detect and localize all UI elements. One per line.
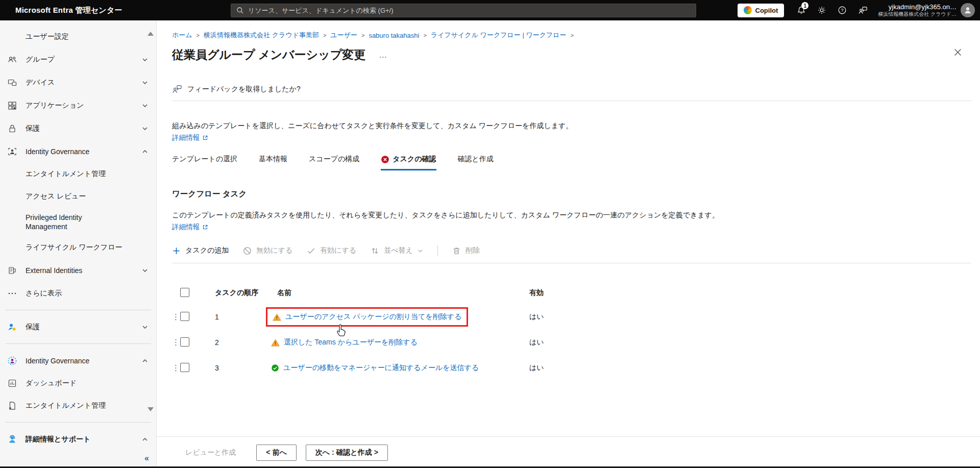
add-task-button[interactable]: タスクの追加 [172,246,229,255]
error-icon [381,155,389,164]
close-icon[interactable] [954,48,962,56]
breadcrumb-users[interactable]: ユーザー [330,31,357,40]
copilot-button[interactable]: Copilot [738,4,785,17]
header-name: 名前 [266,288,518,298]
intro-text: 組み込みのテンプレートを選択し、ニーズに合わせてタスクと実行条件を変更して、カス… [172,121,971,131]
row-checkbox[interactable] [180,312,189,321]
identity-governance-color-icon [7,356,17,366]
breadcrumb-workflows[interactable]: ライフサイクル ワークフロー | ワークフロー [431,31,567,40]
row-checkbox[interactable] [180,337,189,347]
feedback-banner-label: フィードバックを取得しましたか? [187,85,301,94]
tab-review-create[interactable]: 確認と作成 [458,155,494,170]
task-link[interactable]: ユーザーの移動をマネージャーに通知するメールを送信する [283,363,479,373]
task-link[interactable]: 選択した Teams からユーザーを削除する [284,338,418,347]
table-row: ⋮ 3 ユーザーの移動をマネージャーに通知するメールを送信する はい [172,355,971,381]
header-enabled: 有効 [518,288,544,298]
devices-icon [7,78,17,88]
check-icon [307,247,315,255]
sidebar-item-lifecycle-workflows[interactable]: ライフサイクル ワークフロー [0,236,156,259]
task-enabled: はい [518,338,544,347]
breadcrumb: ホーム > 横浜情報機器株式会社 クラウド事業部 > ユーザー > saburo… [172,31,971,40]
divider [172,101,971,101]
sidebar-item-groups[interactable]: グループ [0,48,156,71]
sidebar-collapse-button[interactable]: « [144,454,149,463]
table-row: ⋮ 2 選択した Teams からユーザーを削除する はい [172,330,971,355]
row-checkbox[interactable] [180,363,189,372]
header-order: タスクの順序 [207,288,266,298]
settings-button[interactable] [812,0,832,20]
notifications-button[interactable]: 1 [791,0,812,20]
sidebar-item-access-reviews[interactable]: アクセス レビュー [0,185,156,208]
select-all-checkbox[interactable] [180,288,189,297]
sidebar-divider [5,343,151,344]
chevron-up-icon [142,358,148,364]
search-input[interactable] [248,7,691,14]
disable-task-button[interactable]: 無効にする [243,246,292,255]
sidebar-item-learn-support[interactable]: 詳細情報とサポート [0,428,156,451]
task-toolbar: タスクの追加 無効にする 有効にする 並べ替え [172,245,971,256]
feedback-icon [858,6,868,15]
trash-icon [452,247,461,255]
sidebar-item-protection-2[interactable]: 保護 [0,315,156,338]
tab-basics[interactable]: 基本情報 [259,155,287,170]
previous-button[interactable]: < 前へ [256,445,296,461]
global-search[interactable] [231,4,696,17]
next-button[interactable]: 次へ : 確認と作成 > [306,445,388,461]
breadcrumb-user[interactable]: saburo takahashi [369,32,419,39]
divider [172,263,971,263]
sidebar-item-dashboard[interactable]: ダッシュボード [0,372,156,395]
task-link[interactable]: ユーザーのアクセス パッケージの割り当てを削除する [285,312,461,322]
warning-icon [271,339,280,347]
copilot-icon [744,6,752,14]
section-title: ワークフロー タスク [172,189,971,200]
section-learn-more-link[interactable]: 詳細情報 [172,223,208,232]
success-icon [271,364,279,372]
wizard-tabs: テンプレートの選択 基本情報 スコープの構成 タスクの確認 確認と作成 [172,155,971,170]
applications-icon [7,101,17,111]
feedback-banner[interactable]: フィードバックを取得しましたか? [172,84,971,94]
sidebar-item-applications[interactable]: アプリケーション [0,94,156,117]
intro-learn-more-link[interactable]: 詳細情報 [172,133,208,142]
avatar[interactable] [961,3,975,17]
sidebar-item-user-settings[interactable]: ユーザー設定 [0,26,156,48]
drag-handle[interactable]: ⋮ [172,363,180,373]
chevron-down-icon [142,324,148,330]
enable-task-button[interactable]: 有効にする [307,246,356,255]
sidebar-item-protection[interactable]: 保護 [0,117,156,140]
breadcrumb-tenant[interactable]: 横浜情報機器株式会社 クラウド事業部 [204,31,319,40]
app-title[interactable]: Microsoft Entra 管理センター [0,6,231,15]
scroll-up-arrow[interactable] [148,32,154,36]
chevron-down-icon [142,267,148,274]
external-link-icon [202,135,208,141]
sidebar-item-entitlement-management-2[interactable]: エンタイトルメント管理 [0,395,156,417]
drag-handle[interactable]: ⋮ [172,338,180,347]
sidebar-item-devices[interactable]: デバイス [0,71,156,94]
sidebar-item-identity-governance-2[interactable]: Identity Governance [0,349,156,372]
scroll-down-arrow[interactable] [148,407,154,411]
tab-select-template[interactable]: テンプレートの選択 [172,155,237,170]
account-org: 横浜情報機器株式会社 クラウド… [878,11,957,18]
account-info[interactable]: yjkadmin@yjk365.on… 横浜情報機器株式会社 クラウド… [878,3,957,18]
reorder-button[interactable]: 並べ替え [371,246,423,255]
task-enabled: はい [518,363,544,373]
feedback-button[interactable] [852,0,873,20]
delete-task-button[interactable]: 削除 [452,246,480,255]
sidebar-item-show-more[interactable]: さらに表示 [0,282,156,305]
search-icon [236,7,244,14]
drag-handle[interactable]: ⋮ [172,312,180,322]
chevron-down-icon [142,126,148,132]
review-create-button[interactable]: レビューと作成 [185,448,236,457]
sidebar-item-external-identities[interactable]: External Identities [0,259,156,282]
sidebar-item-identity-governance[interactable]: Identity Governance [0,140,156,163]
task-cell: 選択した Teams からユーザーを削除する [266,334,423,351]
help-button[interactable]: ? [832,0,852,20]
wizard-footer: レビューと作成 < 前へ 次へ : 確認と作成 > [157,436,980,468]
plus-icon [172,247,181,255]
tab-configure-scope[interactable]: スコープの構成 [309,155,359,170]
help-icon: ? [838,6,847,15]
title-more-button[interactable]: … [379,51,388,60]
sidebar-item-pim[interactable]: Privileged Identity Management [0,208,156,236]
tab-review-tasks[interactable]: タスクの確認 [381,155,436,170]
sidebar-item-entitlement-management[interactable]: エンタイトルメント管理 [0,163,156,185]
breadcrumb-home[interactable]: ホーム [172,31,192,40]
